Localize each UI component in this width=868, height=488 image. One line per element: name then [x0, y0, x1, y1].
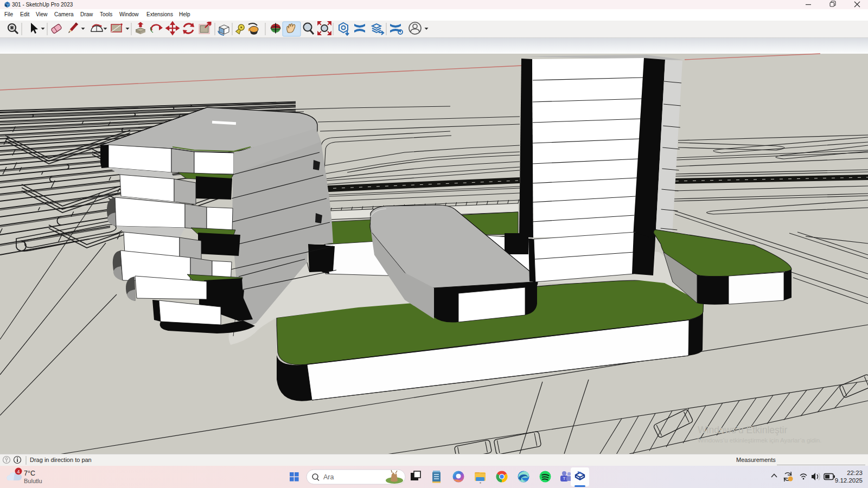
svg-text:Windows’u etkinleştirmek için: Windows’u etkinleştirmek için Ayarlar’a … — [698, 437, 821, 444]
svg-text:7°C: 7°C — [24, 470, 35, 477]
svg-text:Windows’u Etkinleştir: Windows’u Etkinleştir — [698, 425, 787, 435]
svg-text:Ara: Ara — [323, 473, 334, 481]
svg-text:4: 4 — [17, 468, 20, 474]
svg-text:22:23: 22:23 — [847, 470, 863, 476]
svg-text:T: T — [563, 476, 566, 481]
svg-text:9.12.2025: 9.12.2025 — [835, 477, 863, 484]
svg-text:Bulutlu: Bulutlu — [24, 478, 42, 484]
